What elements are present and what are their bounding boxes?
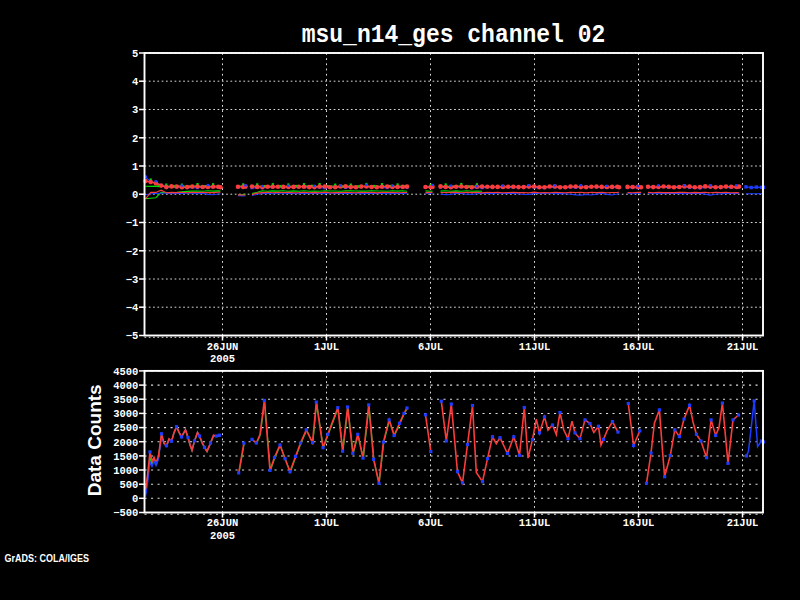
svg-text:26JUN: 26JUN: [207, 341, 239, 353]
svg-text:2000: 2000: [113, 437, 138, 449]
svg-text:1000: 1000: [113, 465, 138, 477]
svg-text:11JUL: 11JUL: [519, 517, 551, 529]
svg-text:0: 0: [132, 493, 138, 505]
svg-text:21JUL: 21JUL: [727, 341, 759, 353]
svg-text:4: 4: [132, 76, 138, 88]
svg-text:1: 1: [132, 161, 138, 173]
svg-text:21JUL: 21JUL: [727, 517, 759, 529]
svg-text:26JUN: 26JUN: [207, 517, 239, 529]
svg-text:3: 3: [132, 104, 138, 116]
svg-text:11JUL: 11JUL: [519, 341, 551, 353]
svg-text:3500: 3500: [113, 394, 138, 406]
svg-text:Data Counts: Data Counts: [84, 384, 105, 496]
svg-text:1500: 1500: [113, 451, 138, 463]
svg-text:−500: −500: [113, 507, 138, 519]
svg-text:2005: 2005: [210, 530, 235, 542]
svg-text:−5: −5: [126, 330, 139, 342]
svg-text:0: 0: [132, 189, 138, 201]
svg-text:4000: 4000: [113, 380, 138, 392]
svg-text:1JUL: 1JUL: [314, 517, 339, 529]
svg-text:16JUL: 16JUL: [623, 341, 655, 353]
svg-text:2005: 2005: [210, 353, 235, 365]
svg-text:−1: −1: [126, 217, 139, 229]
svg-text:16JUL: 16JUL: [623, 517, 655, 529]
svg-text:1JUL: 1JUL: [314, 341, 339, 353]
svg-text:5: 5: [132, 48, 138, 60]
svg-text:−2: −2: [126, 246, 139, 258]
svg-text:2: 2: [132, 133, 138, 145]
svg-text:2500: 2500: [113, 422, 138, 434]
svg-text:6JUL: 6JUL: [418, 341, 443, 353]
svg-text:msu_n14_ges channel 02: msu_n14_ges channel 02: [302, 20, 606, 49]
svg-text:−4: −4: [126, 302, 139, 314]
svg-text:500: 500: [119, 479, 138, 491]
svg-text:6JUL: 6JUL: [418, 517, 443, 529]
svg-text:4500: 4500: [113, 366, 138, 378]
svg-text:3000: 3000: [113, 408, 138, 420]
svg-text:−3: −3: [126, 274, 139, 286]
svg-text:GrADS: COLA/IGES: GrADS: COLA/IGES: [5, 553, 90, 565]
